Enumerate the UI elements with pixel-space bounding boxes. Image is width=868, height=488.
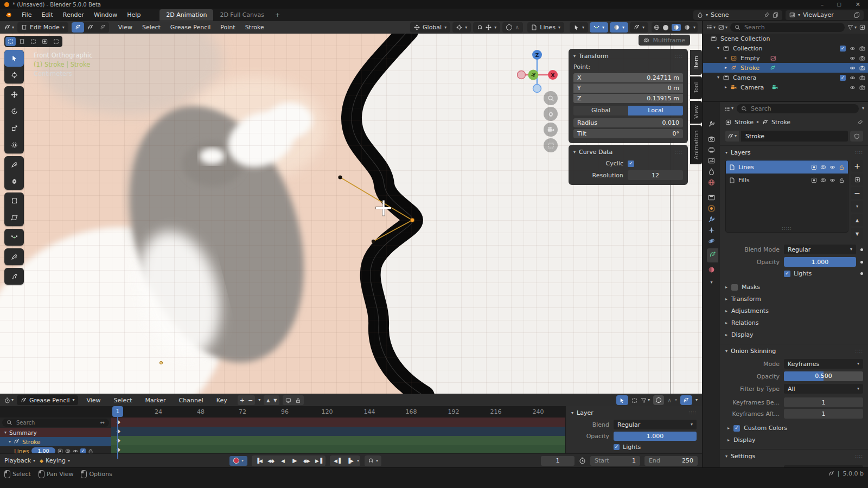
play-reverse-button[interactable]: ◀ [277, 456, 289, 466]
menu-grease-pencil[interactable]: Grease Pencil [165, 24, 215, 31]
dope-menu-view[interactable]: View [81, 397, 105, 404]
onion-display-header[interactable]: ▸Display [725, 436, 863, 444]
shading-rendered-icon[interactable] [684, 24, 690, 30]
camera-visibility-icon[interactable] [859, 65, 865, 71]
tab-tool[interactable]: Tool [690, 76, 702, 99]
camera-view-button[interactable] [544, 123, 558, 137]
playhead[interactable]: 1 [112, 406, 123, 417]
proportional-editing-group[interactable]: ∧ [502, 22, 523, 33]
auto-keying-button[interactable]: ▾ [229, 456, 247, 466]
add-layer-button[interactable]: + [851, 160, 863, 172]
select-mode-segment-button[interactable] [97, 24, 109, 30]
tool-scale[interactable] [4, 120, 24, 137]
eye-icon[interactable] [850, 55, 856, 61]
show-gizmo-button[interactable]: ▾ [570, 22, 588, 33]
add-layer-group-button[interactable] [851, 174, 863, 185]
masks-panel-header[interactable]: ▸ Masks [725, 284, 863, 291]
outliner-row-stroke[interactable]: ▸ Stroke [703, 63, 868, 73]
blend-mode-dropdown[interactable]: Regular▾ [784, 245, 856, 254]
eye-icon[interactable] [850, 65, 856, 71]
jump-to-end-button[interactable]: ▶▐ [312, 456, 324, 466]
layer-specials-button[interactable]: ▾ [851, 201, 863, 213]
mode-dropdown[interactable]: Edit Mode ▾ [17, 22, 68, 33]
onion-skinning-header[interactable]: ▾Onion Skinning :::: [725, 348, 863, 355]
remove-keyframe-button[interactable]: − [248, 397, 253, 404]
menu-file[interactable]: File [17, 11, 36, 18]
tool-transform[interactable] [4, 137, 24, 153]
panel-grip[interactable]: :::: [675, 150, 683, 155]
tab-animation[interactable]: Animation [690, 125, 702, 164]
outliner-search[interactable] [730, 23, 845, 32]
panel-grip[interactable]: :::: [855, 454, 863, 459]
tool-bend[interactable] [4, 192, 24, 209]
tool-extrude[interactable] [4, 156, 24, 173]
filter-by-type-dropdown[interactable]: All▾ [784, 384, 863, 394]
play-button[interactable]: ▶ [289, 456, 301, 466]
outliner-row-camera-collection[interactable]: ▾ Camera ✓ [703, 73, 868, 82]
channel-stroke[interactable]: ▾ Stroke [0, 437, 111, 446]
dope-menu-key[interactable]: Key [212, 397, 232, 404]
menu-point[interactable]: Point [215, 24, 240, 31]
select-extend-button[interactable] [17, 37, 27, 46]
falloff-icon[interactable]: ∧ [667, 397, 672, 404]
properties-options-icon[interactable]: ▾ [862, 106, 864, 111]
datablock-browse-button[interactable]: ▾ [725, 131, 739, 142]
select-intersect-button[interactable] [51, 37, 61, 46]
xray-button[interactable]: ▾ [610, 22, 628, 33]
custom-colors-checkbox[interactable]: ✓ [733, 425, 740, 432]
breadcrumb-data[interactable]: Stroke [771, 119, 790, 126]
maximize-button[interactable]: ▢ [830, 2, 848, 7]
eye-icon[interactable] [73, 448, 78, 454]
onion-icon[interactable] [820, 177, 826, 183]
keyframe-options-icon[interactable]: ▾ [258, 398, 260, 402]
tab-data-active[interactable] [707, 248, 718, 262]
masks-checkbox[interactable] [731, 284, 738, 291]
point-z-field[interactable]: Z0.13915 m [573, 94, 683, 103]
outliner-search-input[interactable] [743, 23, 840, 31]
eye-icon[interactable] [850, 85, 856, 91]
tab-strip-scroll-icon[interactable]: ▾ [710, 280, 712, 285]
breadcrumb-object[interactable]: Stroke [735, 119, 754, 126]
shading-wireframe-icon[interactable] [654, 24, 660, 30]
jump-to-start-button[interactable]: ▐◀ [253, 456, 265, 466]
expand-search-icon[interactable]: ↔ [100, 420, 105, 426]
layer-panel-header[interactable]: ▾Layer :::: [571, 409, 697, 416]
move-channel-up-button[interactable]: ▲ [266, 398, 270, 403]
end-frame-field[interactable]: End 250 [644, 456, 698, 466]
start-frame-field[interactable]: Start 1 [590, 456, 640, 466]
tilt-field[interactable]: Tilt0° [573, 129, 683, 138]
onion-icon[interactable] [65, 448, 71, 454]
tool-radius[interactable] [4, 173, 24, 190]
point-x-field[interactable]: X0.24711 m [573, 73, 683, 82]
shading-solid-icon[interactable] [663, 25, 668, 30]
list-resize-grip[interactable]: ::::: [782, 226, 792, 231]
opacity-slider[interactable]: 1.000 [784, 257, 856, 267]
workspace-tab-2d-full-canvas[interactable]: 2D Full Canvas [213, 9, 271, 21]
tab-render-icon[interactable] [708, 136, 715, 143]
expand-icon[interactable]: ▸ [725, 85, 727, 89]
playback-menu[interactable]: Playback▾ [4, 457, 35, 464]
transform-orientation-dropdown[interactable]: Global▾ [410, 22, 450, 33]
menu-help[interactable]: Help [122, 11, 145, 18]
dope-menu-select[interactable]: Select [109, 397, 137, 404]
eye-icon[interactable] [829, 164, 835, 170]
lock-icon[interactable] [88, 448, 93, 454]
animate-dot[interactable] [860, 261, 863, 264]
layer-opacity-slider[interactable]: 1.000 [614, 432, 697, 441]
step-back-button[interactable]: ◀▐ [331, 456, 343, 466]
eye-icon[interactable] [850, 46, 856, 52]
panel-grip[interactable]: :::: [855, 150, 863, 155]
tab-tool-icon[interactable] [708, 120, 715, 127]
move-layer-up-button[interactable]: ▲ [851, 214, 863, 226]
outliner-filter-button[interactable]: ▾ [847, 24, 857, 30]
layer-row-fills[interactable]: Fills [726, 174, 848, 187]
step-forward-button[interactable]: ▐▶ [344, 456, 356, 466]
pan-button[interactable] [544, 107, 558, 121]
menu-view[interactable]: View [113, 24, 137, 31]
dope-filter-button[interactable]: ▾ [641, 397, 650, 403]
relations-panel-header[interactable]: ▸Relations [725, 319, 863, 326]
onion-opacity-slider[interactable]: 0.500 [784, 371, 863, 381]
use-preview-range-icon[interactable] [579, 457, 586, 464]
expand-icon[interactable]: ▾ [717, 46, 719, 50]
menu-edit[interactable]: Edit [36, 11, 58, 18]
